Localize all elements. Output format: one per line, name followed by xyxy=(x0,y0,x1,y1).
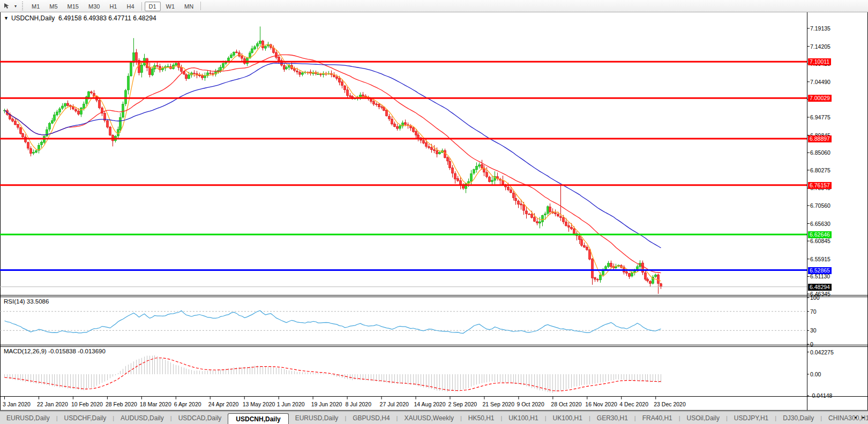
chart-plot-area[interactable] xyxy=(0,0,868,424)
chart-tab-USDCNH-Daily[interactable]: USDCNH,Daily xyxy=(228,413,288,424)
crosshair-cursor-tool-icon[interactable] xyxy=(2,1,12,11)
timeframe-button-M15[interactable]: M15 xyxy=(63,2,83,11)
chart-ohlc-values: 6.49158 6.49383 6.47711 6.48294 xyxy=(58,14,156,22)
rsi-pane-label: RSI(14) 33.5086 xyxy=(4,298,49,305)
rsi-tick-label: 70 xyxy=(810,308,817,315)
chart-tab-FRA40-H1[interactable]: FRA40,H1 xyxy=(636,413,679,423)
chart-tab-EURUSD-Daily[interactable]: EURUSD,Daily xyxy=(289,413,345,423)
price-tick-label: 6.65630 xyxy=(810,221,830,227)
rsi-tick-label: 100 xyxy=(810,294,820,301)
price-tick-label: 6.70560 xyxy=(810,202,830,209)
dropdown-arrow-icon[interactable]: ▾ xyxy=(12,4,19,9)
chart-tab-bar: EURUSD,Daily|USDCHF,Daily|AUDUSD,Daily|U… xyxy=(0,411,868,424)
date-tick-label: 6 Apr 2020 xyxy=(174,401,201,407)
timeframe-button-H1[interactable]: H1 xyxy=(105,2,121,11)
tab-scroll-right-icon[interactable]: ▸ xyxy=(860,412,867,422)
ma-fast-line xyxy=(5,44,661,281)
chart-tab-XAUUSD-Weekly[interactable]: XAUUSD,Weekly xyxy=(398,413,460,423)
price-tick-label: 6.51130 xyxy=(810,273,830,279)
top-toolbar: ▾ M1M5M15M30H1H4D1W1MN xyxy=(0,0,868,12)
date-tick-label: 27 Jul 2020 xyxy=(380,401,409,407)
macd-tick-label: -0.04148 xyxy=(810,392,832,399)
timeframe-button-MN[interactable]: MN xyxy=(180,2,198,11)
chart-tab-EURUSD-Daily[interactable]: EURUSD,Daily xyxy=(0,413,56,423)
timeframe-button-W1[interactable]: W1 xyxy=(162,2,179,11)
date-tick-label: 4 Dec 2020 xyxy=(619,401,648,407)
price-tick-label: 6.80275 xyxy=(810,167,830,173)
date-tick-label: 22 Jan 2020 xyxy=(37,401,68,407)
date-tick-label: 14 Aug 2020 xyxy=(414,401,446,407)
date-tick-label: 10 Feb 2020 xyxy=(71,401,103,407)
timeframe-button-M1[interactable]: M1 xyxy=(27,2,44,11)
date-tick-label: 28 Oct 2020 xyxy=(551,401,581,407)
date-tick-label: 1 Jun 2020 xyxy=(277,401,305,407)
rsi-tick-label: 30 xyxy=(810,327,817,334)
date-tick-label: 16 Nov 2020 xyxy=(585,401,617,407)
toolbar-grip[interactable] xyxy=(21,2,24,10)
chart-title: ▼USDCNH,Daily 6.49158 6.49383 6.47711 6.… xyxy=(4,14,156,22)
price-tick-label: 7.19135 xyxy=(810,25,830,32)
tab-scroll-arrows: ◂ ▸ xyxy=(852,412,867,422)
chart-tab-USDCHF-Daily[interactable]: USDCHF,Daily xyxy=(58,413,113,423)
candles-group xyxy=(4,26,662,293)
date-tick-label: 23 Dec 2020 xyxy=(654,401,686,407)
chart-tab-USOil-Daily[interactable]: USOil,Daily xyxy=(680,413,726,423)
date-tick-label: 18 Mar 2020 xyxy=(140,401,171,407)
macd-signal-line xyxy=(5,358,661,391)
date-tick-label: 3 Jan 2020 xyxy=(3,401,31,407)
chart-symbol-period: USDCNH,Daily xyxy=(11,14,55,22)
price-level-badge: 6.76157 xyxy=(808,182,832,189)
date-tick-label: 2 Sep 2020 xyxy=(448,401,477,407)
price-level-badge: 7.10011 xyxy=(808,58,831,65)
price-tick-label: 6.55915 xyxy=(810,256,830,262)
rsi-tick-label: 0 xyxy=(810,341,813,347)
chart-tab-AUDUSD-Daily[interactable]: AUDUSD,Daily xyxy=(114,413,170,423)
chart-collapse-icon[interactable]: ▼ xyxy=(4,16,9,21)
timeframe-button-M30[interactable]: M30 xyxy=(84,2,104,11)
timeframe-button-group: M1M5M15M30H1H4D1W1MN xyxy=(27,1,198,11)
current-price-badge: 6.48294 xyxy=(808,284,832,291)
chart-tab-DJ30-Daily[interactable]: DJ30,Daily xyxy=(776,413,820,423)
date-tick-label: 21 Sep 2020 xyxy=(482,401,514,407)
price-level-badge: 7.00029 xyxy=(808,95,832,102)
chart-tab-UK100-H1[interactable]: UK100,H1 xyxy=(547,413,589,423)
timeframe-button-D1[interactable]: D1 xyxy=(145,2,161,11)
date-tick-label: 13 May 2020 xyxy=(243,401,275,407)
price-tick-label: 6.94775 xyxy=(810,114,830,120)
price-tick-label: 6.60845 xyxy=(810,238,830,244)
price-tick-label: 7.04490 xyxy=(810,79,830,85)
chart-tab-GER30-H1[interactable]: GER30,H1 xyxy=(590,413,634,423)
price-level-badge: 6.62646 xyxy=(808,231,832,238)
date-tick-label: 28 Feb 2020 xyxy=(106,401,137,407)
date-tick-label: 24 Apr 2020 xyxy=(208,401,239,407)
toolbar-separator xyxy=(200,2,201,10)
ma-medium-line xyxy=(5,55,661,272)
toolbar-separator xyxy=(141,2,142,11)
rsi-line xyxy=(5,311,661,333)
price-tick-label: 7.14205 xyxy=(810,43,830,50)
macd-tick-label: 0.00 xyxy=(810,371,821,377)
chart-tab-HK50-H1[interactable]: HK50,H1 xyxy=(462,413,501,423)
price-tick-label: 6.85060 xyxy=(810,149,830,156)
timeframe-button-H4[interactable]: H4 xyxy=(122,2,138,11)
timeframe-button-M5[interactable]: M5 xyxy=(45,2,62,11)
price-level-badge: 6.52865 xyxy=(808,267,832,274)
tab-scroll-left-icon[interactable]: ◂ xyxy=(852,412,859,422)
chart-tab-GBPUSD-H4[interactable]: GBPUSD,H4 xyxy=(346,413,396,423)
date-tick-label: 8 Jul 2020 xyxy=(346,401,371,407)
chart-tab-USDJPY-H1[interactable]: USDJPY,H1 xyxy=(728,413,775,423)
price-level-badge: 6.88897 xyxy=(808,135,832,142)
date-tick-label: 19 Jun 2020 xyxy=(311,401,342,407)
date-tick-label: 9 Oct 2020 xyxy=(517,401,544,407)
macd-pane-label: MACD(12,26,9) -0.015838 -0.013690 xyxy=(4,348,106,354)
macd-tick-label: 0.042275 xyxy=(810,349,834,355)
chart-tab-USDCAD-Daily[interactable]: USDCAD,Daily xyxy=(172,413,228,423)
chart-tab-UK100-H1[interactable]: UK100,H1 xyxy=(502,413,544,423)
mt4-chart-window: { "toolbar": { "timeframes": ["M1","M5",… xyxy=(0,0,868,424)
